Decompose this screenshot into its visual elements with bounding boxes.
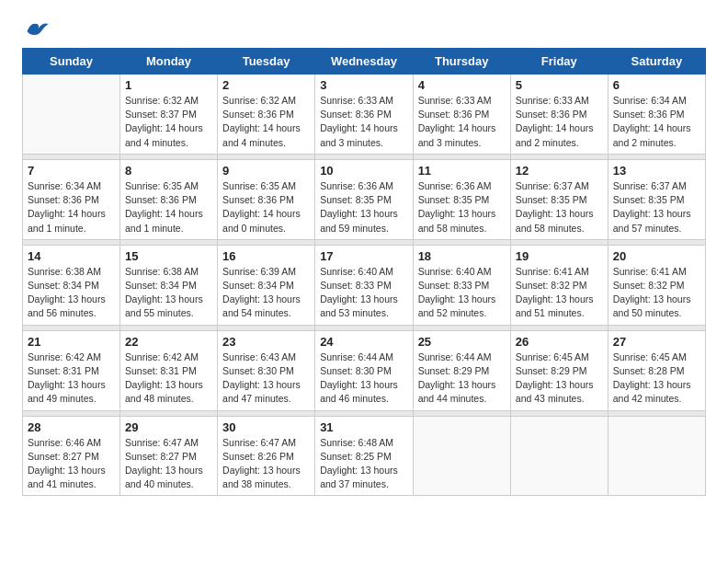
day-number: 7 — [28, 164, 115, 178]
calendar-day-cell: 24Sunrise: 6:44 AMSunset: 8:30 PMDayligh… — [315, 330, 413, 410]
day-number: 31 — [320, 420, 407, 434]
day-number: 2 — [222, 78, 310, 92]
day-info: Sunrise: 6:47 AMSunset: 8:26 PMDaylight:… — [222, 436, 310, 492]
calendar-header-row: SundayMondayTuesdayWednesdayThursdayFrid… — [23, 49, 706, 75]
calendar-day-cell: 21Sunrise: 6:42 AMSunset: 8:31 PMDayligh… — [23, 330, 120, 410]
day-number: 28 — [28, 420, 115, 434]
day-info: Sunrise: 6:43 AMSunset: 8:30 PMDaylight:… — [222, 350, 310, 407]
day-number: 25 — [418, 335, 506, 349]
day-info: Sunrise: 6:38 AMSunset: 8:34 PMDaylight:… — [125, 265, 212, 321]
day-number: 10 — [320, 164, 407, 178]
day-info: Sunrise: 6:40 AMSunset: 8:33 PMDaylight:… — [418, 265, 506, 321]
day-number: 15 — [125, 249, 212, 263]
day-number: 21 — [28, 335, 115, 349]
day-info: Sunrise: 6:47 AMSunset: 8:27 PMDaylight:… — [125, 436, 212, 492]
calendar-day-cell: 20Sunrise: 6:41 AMSunset: 8:32 PMDayligh… — [608, 245, 705, 325]
calendar-day-cell: 1Sunrise: 6:32 AMSunset: 8:37 PMDaylight… — [120, 75, 218, 155]
calendar-day-cell: 19Sunrise: 6:41 AMSunset: 8:32 PMDayligh… — [510, 245, 608, 325]
calendar-day-cell: 4Sunrise: 6:33 AMSunset: 8:36 PMDaylight… — [413, 75, 510, 155]
day-number: 9 — [222, 164, 310, 178]
day-info: Sunrise: 6:35 AMSunset: 8:36 PMDaylight:… — [125, 179, 212, 236]
day-info: Sunrise: 6:48 AMSunset: 8:25 PMDaylight:… — [320, 436, 407, 492]
day-number: 13 — [613, 164, 700, 178]
day-info: Sunrise: 6:46 AMSunset: 8:27 PMDaylight:… — [28, 436, 115, 492]
day-info: Sunrise: 6:33 AMSunset: 8:36 PMDaylight:… — [516, 94, 603, 150]
calendar-day-cell: 28Sunrise: 6:46 AMSunset: 8:27 PMDayligh… — [23, 416, 120, 496]
day-number: 3 — [320, 78, 407, 92]
logo — [22, 18, 50, 39]
day-info: Sunrise: 6:39 AMSunset: 8:34 PMDaylight:… — [222, 265, 310, 321]
calendar-week-row: 28Sunrise: 6:46 AMSunset: 8:27 PMDayligh… — [23, 416, 706, 496]
calendar-day-cell: 5Sunrise: 6:33 AMSunset: 8:36 PMDaylight… — [510, 75, 608, 155]
day-number: 20 — [613, 249, 700, 263]
calendar-week-row: 21Sunrise: 6:42 AMSunset: 8:31 PMDayligh… — [23, 330, 706, 410]
calendar-day-cell: 23Sunrise: 6:43 AMSunset: 8:30 PMDayligh… — [218, 330, 315, 410]
weekday-header: Thursday — [413, 49, 510, 75]
day-number: 27 — [613, 335, 700, 349]
day-info: Sunrise: 6:32 AMSunset: 8:36 PMDaylight:… — [222, 94, 310, 150]
calendar-day-cell: 27Sunrise: 6:45 AMSunset: 8:28 PMDayligh… — [608, 330, 705, 410]
calendar-week-row: 1Sunrise: 6:32 AMSunset: 8:37 PMDaylight… — [23, 75, 706, 155]
calendar-day-cell: 8Sunrise: 6:35 AMSunset: 8:36 PMDaylight… — [120, 159, 218, 239]
weekday-header: Wednesday — [315, 49, 413, 75]
calendar-day-cell: 25Sunrise: 6:44 AMSunset: 8:29 PMDayligh… — [413, 330, 510, 410]
calendar-day-cell: 17Sunrise: 6:40 AMSunset: 8:33 PMDayligh… — [315, 245, 413, 325]
day-number: 30 — [222, 420, 310, 434]
day-info: Sunrise: 6:40 AMSunset: 8:33 PMDaylight:… — [320, 265, 407, 321]
day-info: Sunrise: 6:44 AMSunset: 8:29 PMDaylight:… — [418, 350, 506, 407]
day-number: 16 — [222, 249, 310, 263]
day-info: Sunrise: 6:44 AMSunset: 8:30 PMDaylight:… — [320, 350, 407, 407]
day-info: Sunrise: 6:33 AMSunset: 8:36 PMDaylight:… — [418, 94, 506, 150]
calendar-week-row: 7Sunrise: 6:34 AMSunset: 8:36 PMDaylight… — [23, 159, 706, 239]
day-number: 12 — [516, 164, 603, 178]
calendar-day-cell: 11Sunrise: 6:36 AMSunset: 8:35 PMDayligh… — [413, 159, 510, 239]
day-number: 18 — [418, 249, 506, 263]
day-number: 6 — [613, 78, 700, 92]
day-info: Sunrise: 6:34 AMSunset: 8:36 PMDaylight:… — [613, 94, 700, 150]
weekday-header: Saturday — [608, 49, 705, 75]
calendar-day-cell: 6Sunrise: 6:34 AMSunset: 8:36 PMDaylight… — [608, 75, 705, 155]
calendar-day-cell: 12Sunrise: 6:37 AMSunset: 8:35 PMDayligh… — [510, 159, 608, 239]
weekday-header: Tuesday — [218, 49, 315, 75]
day-info: Sunrise: 6:41 AMSunset: 8:32 PMDaylight:… — [516, 265, 603, 321]
day-info: Sunrise: 6:38 AMSunset: 8:34 PMDaylight:… — [28, 265, 115, 321]
weekday-header: Monday — [120, 49, 218, 75]
calendar-day-cell: 14Sunrise: 6:38 AMSunset: 8:34 PMDayligh… — [23, 245, 120, 325]
calendar-day-cell: 16Sunrise: 6:39 AMSunset: 8:34 PMDayligh… — [218, 245, 315, 325]
calendar-day-cell: 2Sunrise: 6:32 AMSunset: 8:36 PMDaylight… — [218, 75, 315, 155]
day-number: 19 — [516, 249, 603, 263]
day-number: 23 — [222, 335, 310, 349]
calendar-day-cell: 7Sunrise: 6:34 AMSunset: 8:36 PMDaylight… — [23, 159, 120, 239]
calendar-day-cell: 3Sunrise: 6:33 AMSunset: 8:36 PMDaylight… — [315, 75, 413, 155]
calendar-day-cell — [608, 416, 705, 496]
calendar-day-cell: 30Sunrise: 6:47 AMSunset: 8:26 PMDayligh… — [218, 416, 315, 496]
calendar-day-cell: 13Sunrise: 6:37 AMSunset: 8:35 PMDayligh… — [608, 159, 705, 239]
calendar-day-cell: 10Sunrise: 6:36 AMSunset: 8:35 PMDayligh… — [315, 159, 413, 239]
day-number: 29 — [125, 420, 212, 434]
day-info: Sunrise: 6:33 AMSunset: 8:36 PMDaylight:… — [320, 94, 407, 150]
calendar-day-cell — [23, 75, 120, 155]
day-info: Sunrise: 6:36 AMSunset: 8:35 PMDaylight:… — [418, 179, 506, 236]
calendar-day-cell: 29Sunrise: 6:47 AMSunset: 8:27 PMDayligh… — [120, 416, 218, 496]
calendar-day-cell — [510, 416, 608, 496]
calendar-table: SundayMondayTuesdayWednesdayThursdayFrid… — [22, 48, 706, 496]
calendar-day-cell: 9Sunrise: 6:35 AMSunset: 8:36 PMDaylight… — [218, 159, 315, 239]
day-number: 17 — [320, 249, 407, 263]
day-info: Sunrise: 6:42 AMSunset: 8:31 PMDaylight:… — [125, 350, 212, 407]
logo-bird-icon — [24, 18, 50, 39]
calendar-day-cell: 18Sunrise: 6:40 AMSunset: 8:33 PMDayligh… — [413, 245, 510, 325]
day-number: 14 — [28, 249, 115, 263]
day-info: Sunrise: 6:37 AMSunset: 8:35 PMDaylight:… — [516, 179, 603, 236]
calendar-day-cell: 26Sunrise: 6:45 AMSunset: 8:29 PMDayligh… — [510, 330, 608, 410]
calendar-day-cell: 22Sunrise: 6:42 AMSunset: 8:31 PMDayligh… — [120, 330, 218, 410]
day-number: 1 — [125, 78, 212, 92]
day-info: Sunrise: 6:37 AMSunset: 8:35 PMDaylight:… — [613, 179, 700, 236]
day-number: 26 — [516, 335, 603, 349]
day-info: Sunrise: 6:36 AMSunset: 8:35 PMDaylight:… — [320, 179, 407, 236]
day-number: 4 — [418, 78, 506, 92]
header — [22, 18, 706, 39]
day-number: 11 — [418, 164, 506, 178]
day-info: Sunrise: 6:42 AMSunset: 8:31 PMDaylight:… — [28, 350, 115, 407]
calendar-day-cell: 15Sunrise: 6:38 AMSunset: 8:34 PMDayligh… — [120, 245, 218, 325]
day-info: Sunrise: 6:34 AMSunset: 8:36 PMDaylight:… — [28, 179, 115, 236]
